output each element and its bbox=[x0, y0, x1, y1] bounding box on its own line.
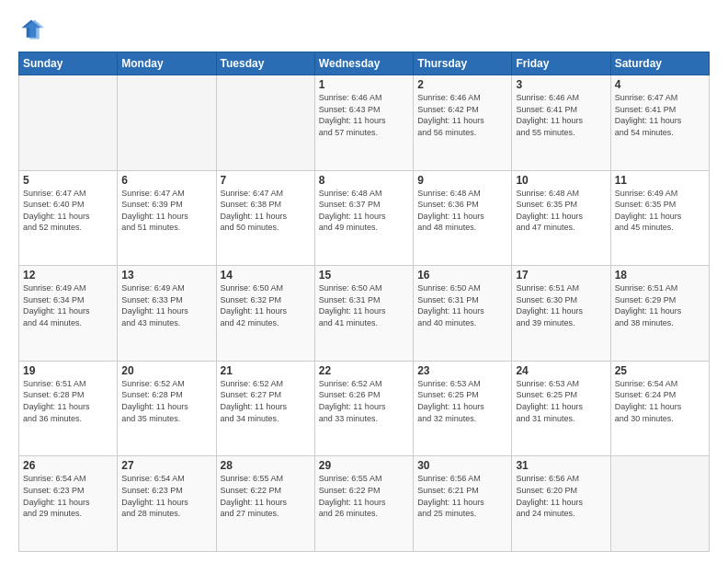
weekday-header-monday: Monday bbox=[118, 52, 216, 75]
day-number: 7 bbox=[221, 174, 311, 187]
day-info: Sunrise: 6:49 AM Sunset: 6:33 PM Dayligh… bbox=[121, 282, 211, 328]
day-info: Sunrise: 6:47 AM Sunset: 6:40 PM Dayligh… bbox=[23, 188, 113, 234]
day-info: Sunrise: 6:50 AM Sunset: 6:31 PM Dayligh… bbox=[417, 282, 507, 328]
week-row-2: 5Sunrise: 6:47 AM Sunset: 6:40 PM Daylig… bbox=[19, 170, 710, 266]
day-cell: 30Sunrise: 6:56 AM Sunset: 6:21 PM Dayli… bbox=[414, 456, 512, 552]
day-cell: 8Sunrise: 6:48 AM Sunset: 6:37 PM Daylig… bbox=[314, 170, 413, 266]
day-number: 17 bbox=[516, 269, 606, 282]
day-number: 2 bbox=[417, 78, 507, 91]
day-cell: 19Sunrise: 6:51 AM Sunset: 6:28 PM Dayli… bbox=[19, 361, 118, 456]
day-number: 29 bbox=[319, 459, 409, 472]
day-number: 1 bbox=[319, 78, 409, 91]
day-info: Sunrise: 6:46 AM Sunset: 6:42 PM Dayligh… bbox=[417, 92, 507, 138]
day-number: 21 bbox=[221, 364, 311, 377]
day-info: Sunrise: 6:56 AM Sunset: 6:21 PM Dayligh… bbox=[417, 473, 507, 519]
day-info: Sunrise: 6:52 AM Sunset: 6:27 PM Dayligh… bbox=[221, 378, 311, 424]
day-number: 15 bbox=[319, 269, 409, 282]
day-cell: 31Sunrise: 6:56 AM Sunset: 6:20 PM Dayli… bbox=[512, 456, 610, 552]
weekday-header-saturday: Saturday bbox=[610, 52, 709, 75]
day-cell: 1Sunrise: 6:46 AM Sunset: 6:43 PM Daylig… bbox=[314, 75, 413, 171]
day-cell: 5Sunrise: 6:47 AM Sunset: 6:40 PM Daylig… bbox=[19, 170, 118, 266]
day-info: Sunrise: 6:50 AM Sunset: 6:31 PM Dayligh… bbox=[319, 282, 409, 328]
day-info: Sunrise: 6:46 AM Sunset: 6:43 PM Dayligh… bbox=[319, 92, 409, 138]
day-number: 13 bbox=[121, 269, 211, 282]
day-cell: 17Sunrise: 6:51 AM Sunset: 6:30 PM Dayli… bbox=[512, 266, 610, 362]
day-info: Sunrise: 6:50 AM Sunset: 6:32 PM Dayligh… bbox=[221, 282, 311, 328]
day-cell: 12Sunrise: 6:49 AM Sunset: 6:34 PM Dayli… bbox=[19, 266, 118, 362]
day-info: Sunrise: 6:47 AM Sunset: 6:41 PM Dayligh… bbox=[615, 92, 705, 138]
day-cell: 14Sunrise: 6:50 AM Sunset: 6:32 PM Dayli… bbox=[216, 266, 314, 362]
day-number: 3 bbox=[516, 78, 606, 91]
day-number: 16 bbox=[417, 269, 507, 282]
week-row-3: 12Sunrise: 6:49 AM Sunset: 6:34 PM Dayli… bbox=[19, 266, 710, 362]
day-cell bbox=[610, 456, 709, 552]
day-cell: 16Sunrise: 6:50 AM Sunset: 6:31 PM Dayli… bbox=[414, 266, 512, 362]
day-cell bbox=[216, 75, 314, 171]
logo-icon bbox=[18, 17, 44, 42]
day-cell: 15Sunrise: 6:50 AM Sunset: 6:31 PM Dayli… bbox=[314, 266, 413, 362]
day-cell: 3Sunrise: 6:46 AM Sunset: 6:41 PM Daylig… bbox=[512, 75, 610, 171]
day-info: Sunrise: 6:48 AM Sunset: 6:37 PM Dayligh… bbox=[319, 188, 409, 234]
weekday-header-friday: Friday bbox=[512, 52, 610, 75]
day-number: 12 bbox=[23, 269, 113, 282]
week-row-5: 26Sunrise: 6:54 AM Sunset: 6:23 PM Dayli… bbox=[19, 456, 710, 552]
day-cell: 22Sunrise: 6:52 AM Sunset: 6:26 PM Dayli… bbox=[314, 361, 413, 456]
day-cell: 21Sunrise: 6:52 AM Sunset: 6:27 PM Dayli… bbox=[216, 361, 314, 456]
day-info: Sunrise: 6:48 AM Sunset: 6:36 PM Dayligh… bbox=[417, 188, 507, 234]
day-number: 22 bbox=[319, 364, 409, 377]
day-info: Sunrise: 6:51 AM Sunset: 6:30 PM Dayligh… bbox=[516, 282, 606, 328]
day-cell: 27Sunrise: 6:54 AM Sunset: 6:23 PM Dayli… bbox=[118, 456, 216, 552]
day-info: Sunrise: 6:48 AM Sunset: 6:35 PM Dayligh… bbox=[516, 188, 606, 234]
day-number: 9 bbox=[417, 174, 507, 187]
day-cell: 2Sunrise: 6:46 AM Sunset: 6:42 PM Daylig… bbox=[414, 75, 512, 171]
day-number: 30 bbox=[417, 459, 507, 472]
day-info: Sunrise: 6:55 AM Sunset: 6:22 PM Dayligh… bbox=[221, 473, 311, 519]
day-cell: 9Sunrise: 6:48 AM Sunset: 6:36 PM Daylig… bbox=[414, 170, 512, 266]
day-info: Sunrise: 6:49 AM Sunset: 6:34 PM Dayligh… bbox=[23, 282, 113, 328]
header bbox=[18, 17, 710, 42]
day-info: Sunrise: 6:49 AM Sunset: 6:35 PM Dayligh… bbox=[615, 188, 705, 234]
day-number: 6 bbox=[121, 174, 211, 187]
day-number: 4 bbox=[615, 78, 705, 91]
day-number: 28 bbox=[221, 459, 311, 472]
weekday-header-tuesday: Tuesday bbox=[216, 52, 314, 75]
page: SundayMondayTuesdayWednesdayThursdayFrid… bbox=[0, 0, 728, 563]
day-number: 23 bbox=[417, 364, 507, 377]
day-number: 5 bbox=[23, 174, 113, 187]
day-info: Sunrise: 6:53 AM Sunset: 6:25 PM Dayligh… bbox=[417, 378, 507, 424]
day-number: 14 bbox=[221, 269, 311, 282]
day-cell: 20Sunrise: 6:52 AM Sunset: 6:28 PM Dayli… bbox=[118, 361, 216, 456]
day-cell: 24Sunrise: 6:53 AM Sunset: 6:25 PM Dayli… bbox=[512, 361, 610, 456]
day-info: Sunrise: 6:54 AM Sunset: 6:23 PM Dayligh… bbox=[121, 473, 211, 519]
day-number: 24 bbox=[516, 364, 606, 377]
day-info: Sunrise: 6:47 AM Sunset: 6:38 PM Dayligh… bbox=[221, 188, 311, 234]
day-info: Sunrise: 6:51 AM Sunset: 6:29 PM Dayligh… bbox=[615, 282, 705, 328]
day-cell: 25Sunrise: 6:54 AM Sunset: 6:24 PM Dayli… bbox=[610, 361, 709, 456]
day-cell: 11Sunrise: 6:49 AM Sunset: 6:35 PM Dayli… bbox=[610, 170, 709, 266]
week-row-1: 1Sunrise: 6:46 AM Sunset: 6:43 PM Daylig… bbox=[19, 75, 710, 171]
day-info: Sunrise: 6:47 AM Sunset: 6:39 PM Dayligh… bbox=[121, 188, 211, 234]
day-cell: 13Sunrise: 6:49 AM Sunset: 6:33 PM Dayli… bbox=[118, 266, 216, 362]
day-cell: 28Sunrise: 6:55 AM Sunset: 6:22 PM Dayli… bbox=[216, 456, 314, 552]
day-cell: 6Sunrise: 6:47 AM Sunset: 6:39 PM Daylig… bbox=[118, 170, 216, 266]
weekday-header-sunday: Sunday bbox=[19, 52, 118, 75]
calendar: SundayMondayTuesdayWednesdayThursdayFrid… bbox=[18, 52, 710, 552]
week-row-4: 19Sunrise: 6:51 AM Sunset: 6:28 PM Dayli… bbox=[19, 361, 710, 456]
weekday-header-row: SundayMondayTuesdayWednesdayThursdayFrid… bbox=[19, 52, 710, 75]
day-number: 20 bbox=[121, 364, 211, 377]
day-number: 31 bbox=[516, 459, 606, 472]
day-cell: 4Sunrise: 6:47 AM Sunset: 6:41 PM Daylig… bbox=[610, 75, 709, 171]
day-cell: 18Sunrise: 6:51 AM Sunset: 6:29 PM Dayli… bbox=[610, 266, 709, 362]
day-cell: 29Sunrise: 6:55 AM Sunset: 6:22 PM Dayli… bbox=[314, 456, 413, 552]
logo bbox=[18, 17, 48, 42]
day-cell: 10Sunrise: 6:48 AM Sunset: 6:35 PM Dayli… bbox=[512, 170, 610, 266]
day-number: 18 bbox=[615, 269, 705, 282]
day-info: Sunrise: 6:46 AM Sunset: 6:41 PM Dayligh… bbox=[516, 92, 606, 138]
day-info: Sunrise: 6:52 AM Sunset: 6:28 PM Dayligh… bbox=[121, 378, 211, 424]
day-info: Sunrise: 6:54 AM Sunset: 6:23 PM Dayligh… bbox=[23, 473, 113, 519]
day-cell bbox=[118, 75, 216, 171]
day-info: Sunrise: 6:52 AM Sunset: 6:26 PM Dayligh… bbox=[319, 378, 409, 424]
day-number: 26 bbox=[23, 459, 113, 472]
day-cell: 26Sunrise: 6:54 AM Sunset: 6:23 PM Dayli… bbox=[19, 456, 118, 552]
day-number: 10 bbox=[516, 174, 606, 187]
